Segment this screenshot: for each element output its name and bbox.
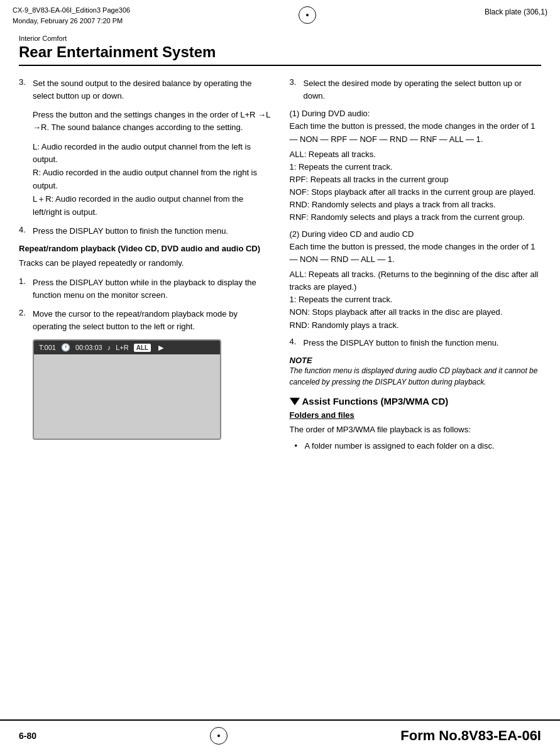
footer-circle [210,727,228,745]
assist-heading-text: Assist Functions (MP3/WMA CD) [302,396,449,407]
monitor-lr: L+R [116,344,129,351]
step1-text: Press the DISPLAY button while in the pl… [33,276,271,302]
monitor-box: T:001 🕐 00:03:03 ♪ L+R ALL ▶ [33,339,221,440]
dvd-nof: NOF: Stops playback after all tracks in … [290,186,542,199]
right-item4-text: Press the DISPLAY button to finish the f… [304,337,542,349]
header-line1: CX-9_8V83-EA-06I_Edition3 Page306 [13,5,130,16]
monitor-track: T:001 [39,344,56,351]
bullet-text-1: A folder number is assigned to each fold… [305,440,495,452]
footer-center [210,727,228,745]
header-line2: Monday, February 26 2007 7:20 PM [13,16,130,26]
monitor-body [34,354,220,439]
item4-text: Press the DISPLAY button to finish the f… [33,225,271,238]
page-header: CX-9_8V83-EA-06I_Edition3 Page306 Monday… [0,0,560,28]
track-desc: Tracks can be played repeatedly or rando… [19,257,271,270]
left-item-3: 3. Set the sound output to the desired b… [19,77,271,102]
item4-num: 4. [19,225,30,238]
bullet-dot-icon: • [295,440,301,452]
repeat-heading: Repeat/random playback (Video CD, DVD au… [19,244,271,253]
clock-icon: 🕐 [61,343,70,352]
vcd-rnd: RND: Randomly plays a track. [290,319,542,332]
header-circle-inner [306,14,309,16]
header-right: Black plate (306,1) [485,8,547,16]
header-center [299,6,316,24]
item3-indent: Press the button and the settings change… [33,109,271,134]
step1-num: 1. [19,276,30,302]
dvd-rpf: RPF: Repeats all tracks in the current g… [290,173,542,186]
header-circle [299,6,316,24]
dvd-audio-section: (1) During DVD audio: Each time the butt… [290,107,542,224]
step1: 1. Press the DISPLAY button while in the… [19,276,271,302]
footer-form-number: Form No.8V83-EA-06I [400,728,541,744]
vcd-section: (2) During video CD and audio CD Each ti… [290,228,542,332]
dvd-audio-text: Each time the button is pressed, the mod… [290,120,542,145]
right-item-4: 4. Press the DISPLAY button to finish th… [290,337,542,349]
right-item-3: 3. Select the desired mode by operating … [290,77,542,102]
main-content: Interior Comfort Rear Entertainment Syst… [0,28,560,467]
right-item3-num: 3. [290,77,301,102]
page-footer: 6-80 Form No.8V83-EA-06I [0,719,560,754]
section-label: Interior Comfort [19,35,541,42]
folders-heading: Folders and files [290,410,542,420]
note-text: The function menu is displayed during au… [290,365,542,388]
channel-label-lr: L＋R: Audio recorded in the audio output … [33,193,271,219]
step2-num: 2. [19,308,30,333]
note-section: NOTE The function menu is displayed duri… [290,356,542,388]
note-label: NOTE [290,356,542,365]
dvd-audio-heading: (1) During DVD audio: [290,107,542,120]
folders-text: The order of MP3/WMA file playback is as… [290,423,542,436]
right-column: 3. Select the desired mode by operating … [290,77,542,455]
page-wrapper: CX-9_8V83-EA-06I_Edition3 Page306 Monday… [0,0,560,754]
monitor-play-icon: ▶ [158,344,163,352]
vcd-non: NON: Stops playback after all tracks in … [290,306,542,319]
assist-functions-heading: Assist Functions (MP3/WMA CD) [290,396,542,407]
channel-label-l: L: Audio recorded in the audio output ch… [33,141,271,167]
footer-circle-inner [217,735,220,737]
left-column: 3. Set the sound output to the desired b… [19,77,271,455]
triangle-icon [290,398,300,405]
monitor-all-badge: ALL [134,344,151,352]
header-left: CX-9_8V83-EA-06I_Edition3 Page306 Monday… [13,5,130,26]
dvd-1: 1: Repeats the current track. [290,161,542,173]
item3-text: Set the sound output to the desired bala… [33,77,271,102]
page-title: Rear Entertainment System [19,43,541,61]
dvd-rnf: RNF: Randomly selects and plays a track … [290,211,542,224]
right-item3-text: Select the desired mode by operating the… [304,77,542,102]
item3-num: 3. [19,77,30,102]
bullet-item-1: • A folder number is assigned to each fo… [295,440,542,452]
left-item-4: 4. Press the DISPLAY button to finish th… [19,225,271,238]
step2-text: Move the cursor to the repeat/random pla… [33,308,271,333]
dvd-rnd: RND: Randomly selects and plays a track … [290,199,542,211]
channel-label-r: R: Audio recorded in the audio output ch… [33,167,271,193]
music-note-icon: ♪ [107,344,111,351]
step2: 2. Move the cursor to the repeat/random … [19,308,271,333]
footer-page-number: 6-80 [19,731,36,741]
vcd-all: ALL: Repeats all tracks. (Returns to the… [290,268,542,293]
dvd-all: ALL: Repeats all tracks. [290,148,542,161]
two-column-layout: 3. Set the sound output to the desired b… [19,77,541,455]
vcd-1: 1: Repeats the current track. [290,293,542,306]
channel-labels: L: Audio recorded in the audio output ch… [33,141,271,219]
right-item4-num: 4. [290,337,301,349]
vcd-heading: (2) During video CD and audio CD [290,228,542,241]
vcd-text: Each time the button is pressed, the mod… [290,241,542,266]
title-rule [19,65,541,66]
monitor-time: 00:03:03 [75,344,102,351]
monitor-toolbar: T:001 🕐 00:03:03 ♪ L+R ALL ▶ [34,341,220,354]
